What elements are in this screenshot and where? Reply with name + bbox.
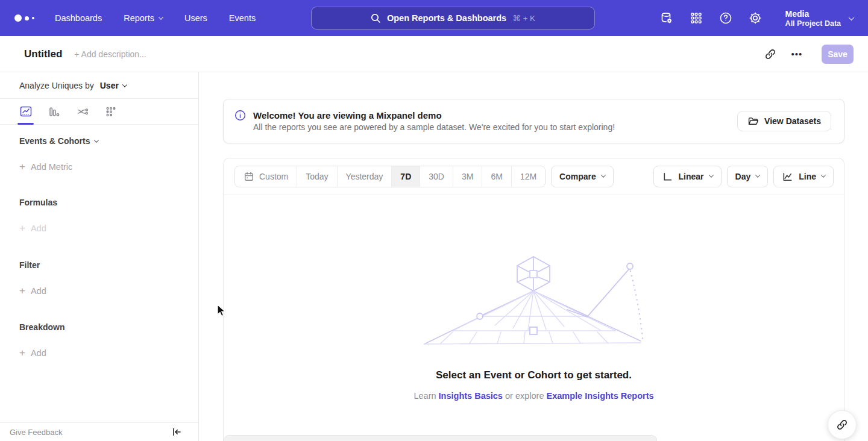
add-breakdown-button[interactable]: + Add [19,348,179,358]
nav-item-users[interactable]: Users [184,13,207,23]
apps-grid-icon[interactable] [688,10,704,26]
more-options-icon[interactable]: ••• [787,44,807,64]
analyze-row: Analyze Uniques by User [0,72,198,99]
chevron-down-icon [159,14,163,19]
chevron-down-icon [821,172,826,177]
scale-dropdown[interactable]: Linear [653,166,722,187]
collapse-sidebar-icon[interactable] [172,427,181,437]
demo-banner: Welcome! You are viewing a Mixpanel demo… [223,99,844,143]
date-range-selector: CustomTodayYesterday7D30D3M6M12M [234,166,546,187]
range-7d[interactable]: 7D [392,166,420,187]
analyze-by-dropdown[interactable]: User [100,81,127,90]
add-filter-button[interactable]: + Add [19,286,179,296]
project-name: Media [785,8,841,19]
chevron-down-icon [122,82,127,87]
nav-item-events[interactable]: Events [229,13,256,23]
nav-item-reports[interactable]: Reports [124,13,163,23]
link-icon [836,419,848,431]
project-scope: All Project Data [785,19,841,28]
range-30d[interactable]: 30D [420,166,453,187]
filter-heading: Filter [19,260,179,270]
share-link-button[interactable] [828,410,857,439]
range-12m[interactable]: 12M [512,166,545,187]
data-management-icon[interactable] [659,10,675,26]
mixpanel-logo[interactable] [14,14,34,22]
add-metric-button[interactable]: + Add Metric [19,162,179,172]
banner-body: All the reports you see are powered by a… [253,122,615,132]
interval-dropdown[interactable]: Day [727,166,769,187]
search-placeholder: Open Reports & Dashboards [387,13,506,23]
view-datasets-button[interactable]: View Datasets [737,111,831,131]
empty-state-illustration [417,252,652,348]
nav-item-dashboards[interactable]: Dashboards [55,13,102,23]
global-search-button[interactable]: Open Reports & Dashboards ⌘ + K [311,7,595,30]
range-6m[interactable]: 6M [482,166,511,187]
chevron-down-icon [94,137,99,142]
search-shortcut: ⌘ + K [512,13,535,23]
linear-axis-icon [662,171,673,183]
add-description-field[interactable]: + Add description... [74,49,146,59]
report-title[interactable]: Untitled [24,48,62,60]
insights-basics-link[interactable]: Insights Basics [439,391,503,401]
chevron-down-icon [601,172,606,177]
give-feedback-link[interactable]: Give Feedback [10,428,62,437]
calendar-icon [244,171,254,182]
save-button[interactable]: Save [822,45,854,64]
tab-bar-chart[interactable] [47,104,61,119]
empty-state-title: Select an Event or Cohort to get started… [224,369,844,381]
info-icon [234,110,246,121]
empty-state-subtitle: Learn Insights Basics or explore Example… [224,391,844,401]
help-icon[interactable] [718,10,734,26]
tab-flow[interactable] [75,104,90,119]
chevron-down-icon [755,172,760,177]
sidebar-footer: Give Feedback [0,422,198,441]
query-builder-sidebar: Analyze Uniques by User [0,72,199,441]
chart-controls: CustomTodayYesterday7D30D3M6M12M Compare… [224,158,844,195]
copy-link-icon[interactable] [760,44,781,64]
tab-insights-line[interactable] [19,104,33,119]
main-content: Welcome! You are viewing a Mixpanel demo… [199,72,868,441]
line-chart-icon [782,171,793,183]
chevron-down-icon [708,172,713,177]
top-nav: DashboardsReportsUsersEvents Open Report… [0,0,868,36]
banner-title: Welcome! You are viewing a Mixpanel demo [253,110,615,120]
project-switcher[interactable]: Media All Project Data [785,8,854,28]
report-header: Untitled + Add description... ••• Save [0,36,868,72]
chevron-down-icon [849,14,855,20]
chart-type-tabs [0,99,198,125]
report-panel: CustomTodayYesterday7D30D3M6M12M Compare… [223,158,844,441]
compare-dropdown[interactable]: Compare [551,166,614,187]
tab-metrics-grid[interactable] [104,104,118,119]
primary-nav: DashboardsReportsUsersEvents [55,13,256,23]
example-reports-link[interactable]: Example Insights Reports [546,391,653,401]
events-cohorts-heading[interactable]: Events & Cohorts [19,136,179,146]
search-icon [371,13,381,23]
add-formula-button[interactable]: + Add [19,224,179,233]
range-custom[interactable]: Custom [235,166,297,187]
breakdown-heading: Breakdown [19,322,179,332]
range-yesterday[interactable]: Yesterday [338,166,392,187]
chart-type-dropdown[interactable]: Line [773,166,834,187]
table-section-peek [224,435,657,441]
range-today[interactable]: Today [297,166,337,187]
range-3m[interactable]: 3M [453,166,482,187]
formulas-heading: Formulas [19,198,179,207]
settings-gear-icon[interactable] [747,10,763,26]
analyze-label: Analyze Uniques by [19,81,94,90]
folder-icon [747,116,759,127]
